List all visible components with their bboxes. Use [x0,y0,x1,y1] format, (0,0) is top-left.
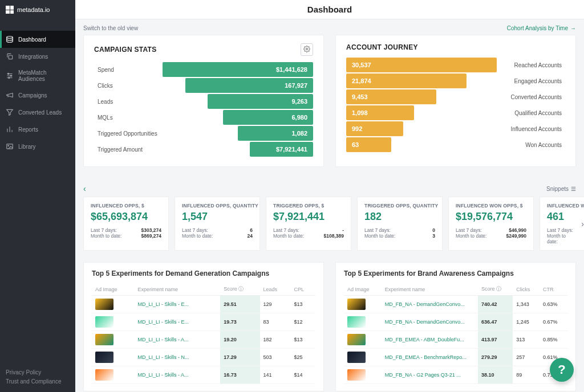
svg-point-6 [8,145,9,146]
ad-thumbnail [95,299,113,310]
snippets-toggle[interactable]: Snippets ☰ [546,186,576,192]
kpi-card[interactable]: INFLUENCED WON OPPS, $ $19,576,774 Last … [448,197,534,251]
cell-cpl: $12 [290,313,315,331]
col-ctr[interactable]: CTR [540,283,567,296]
ad-thumbnail [95,369,113,381]
funnel-label: Spend [94,67,163,73]
sidebar-item-reports[interactable]: Reports [0,121,75,138]
table-row[interactable]: MD_FB_EMEA - BenchmarkRepo... 279.29 257… [344,349,567,366]
funnel-bar: 1,098 [346,105,497,121]
cell-leads: 129 [260,296,291,313]
campaign-stats-settings-button[interactable] [301,43,313,56]
cell-score: 19.20 [220,331,259,349]
cell-ad-image [92,366,135,384]
kpi-next-button[interactable]: › [581,219,584,228]
brand-awareness-table-card: Top 5 Experiments for Brand Awareness Ca… [335,262,576,391]
svg-point-2 [8,73,9,74]
cell-experiment-name: MD_FB_NA - DemandGenConvo... [382,313,478,331]
kpi-card[interactable]: TRIGGERED OPPS, QUANTITY 182 Last 7 days… [357,197,443,251]
sidebar-item-converted-leads[interactable]: Converted Leads [0,104,75,121]
col-cpl[interactable]: CPL [290,283,315,296]
funnel-label: Qualified Accounts [497,110,565,116]
switch-old-view-link[interactable]: Switch to the old view [83,25,138,31]
kpi-card[interactable]: INFLUENCED OPPS, $ $65,693,874 Last 7 da… [83,197,169,251]
sidebar-item-campaigns[interactable]: Campaigns [0,87,75,104]
cell-score: 38.10 [478,366,513,384]
table-row[interactable]: MD_LI_LI - Skills - A... 16.73 141 $14 [92,366,315,384]
funnel-bar: 992 [346,121,497,137]
kpi-card[interactable]: INFLUENCED OPPS, QUANTITY 1,547 Last 7 d… [175,197,260,251]
trust-link[interactable]: Trust and Compliance [6,377,70,386]
sidebar-item-library[interactable]: Library [0,138,75,155]
table-row[interactable]: MD_LI_LI - Skills - E... 19.73 83 $12 [92,313,315,331]
kpi-title: TRIGGERED OPPS, $ [273,203,344,209]
arrow-right-icon: → [570,25,576,31]
table-row[interactable]: MD_LI_LI - Skills - N... 17.29 503 $25 [92,349,315,366]
kpi-value: 182 [364,211,435,223]
col-ad-image[interactable]: Ad Image [92,283,135,296]
svg-rect-1 [9,55,12,59]
kpi-card[interactable]: INFLUENCED WON OPPS, QUANTITY 461 Last 7… [540,197,584,251]
brand[interactable]: metadata.io [0,0,75,19]
col-experiment-name[interactable]: Experiment name [135,283,221,296]
table-row[interactable]: MD_LI_LI - Skills - E... 29.51 129 $13 [92,296,315,313]
kpi-value: $7,921,441 [273,211,344,223]
funnel-label: Reached Accounts [497,62,565,68]
kpi-mtd: Month to date:$108,389 [273,233,344,239]
campaign-stats-title: CAMPAIGN STATS [94,46,157,54]
funnel-bar: 9,453 [346,89,497,105]
sidebar-nav: Dashboard Integrations MetaMatch Audienc… [0,19,75,362]
cell-leads: 503 [260,349,291,366]
brand-awareness-title: Top 5 Experiments for Brand Awareness Ca… [344,270,567,277]
cell-experiment-name: MD_FB_EMEA - ABM_DoubleFu... [382,331,478,349]
privacy-link[interactable]: Privacy Policy [6,368,70,377]
sidebar-footer: Privacy Policy Trust and Compliance [0,362,75,392]
kpi-prev-button[interactable]: ‹ [83,184,86,193]
cohort-link-label: Cohort Analysis by Time [507,25,568,31]
brand-logo-icon [6,6,14,14]
svg-rect-5 [7,144,13,149]
cohort-analysis-link[interactable]: Cohort Analysis by Time → [507,25,576,31]
cell-clicks: 89 [513,366,540,384]
cell-ad-image [344,296,382,313]
col-ad-image[interactable]: Ad Image [344,283,382,296]
table-row[interactable]: MD_FB_NA - DemandGenConvo... 740.42 1,34… [344,296,567,313]
funnel-bar: 9,263 [163,93,313,109]
cell-cpl: $14 [290,366,315,384]
funnel-label: Won Accounts [497,142,565,148]
sidebar-item-label: Converted Leads [18,109,62,116]
funnel-label: Engaged Accounts [497,78,565,84]
table-row[interactable]: MD_FB_EMEA - ABM_DoubleFu... 413.97 313 … [344,331,567,349]
kpi-card[interactable]: TRIGGERED OPPS, $ $7,921,441 Last 7 days… [266,197,351,251]
sidebar-item-label: Library [18,144,36,150]
kpi-title: INFLUENCED OPPS, $ [91,203,161,209]
cell-experiment-name: MD_FB_NA - G2 Pages Q3-21 ... [382,366,478,384]
funnel-bar: 1,082 [163,125,313,141]
info-icon: ⓘ [238,286,244,292]
kpi-title: INFLUENCED WON OPPS, $ [456,203,526,209]
kpi-title: INFLUENCED OPPS, QUANTITY [182,203,253,209]
cell-leads: 141 [260,366,291,384]
col-clicks[interactable]: Clicks [513,283,540,296]
help-button[interactable]: ? [550,358,574,382]
cell-ad-image [344,349,382,366]
sidebar-item-integrations[interactable]: Integrations [0,48,75,65]
sidebar-item-label: Reports [18,126,38,133]
table-row[interactable]: MD_LI_LI - Skills - A... 19.20 182 $13 [92,331,315,349]
col-experiment-name[interactable]: Experiment name [382,283,478,296]
col-score[interactable]: Score ⓘ [478,283,513,296]
ad-thumbnail [347,334,366,345]
col-leads[interactable]: Leads [260,283,291,296]
cell-score: 29.51 [220,296,259,313]
table-row[interactable]: MD_FB_NA - G2 Pages Q3-21 ... 38.10 89 0… [344,366,567,384]
col-score[interactable]: Score ⓘ [220,283,259,296]
kpi-last7: Last 7 days:0 [364,227,435,233]
sidebar-item-metamatch[interactable]: MetaMatch Audiences [0,65,75,87]
cell-clicks: 1,343 [513,296,540,313]
kpi-mtd: Month to date:$249,990 [456,233,526,239]
table-row[interactable]: MD_FB_NA - DemandGenConvo... 636.47 1,24… [344,313,567,331]
sidebar-item-dashboard[interactable]: Dashboard [0,31,75,48]
account-journey-title: ACCOUNT JOURNEY [346,43,418,51]
cell-experiment-name: MD_LI_LI - Skills - E... [135,296,221,313]
svg-point-4 [9,77,10,78]
